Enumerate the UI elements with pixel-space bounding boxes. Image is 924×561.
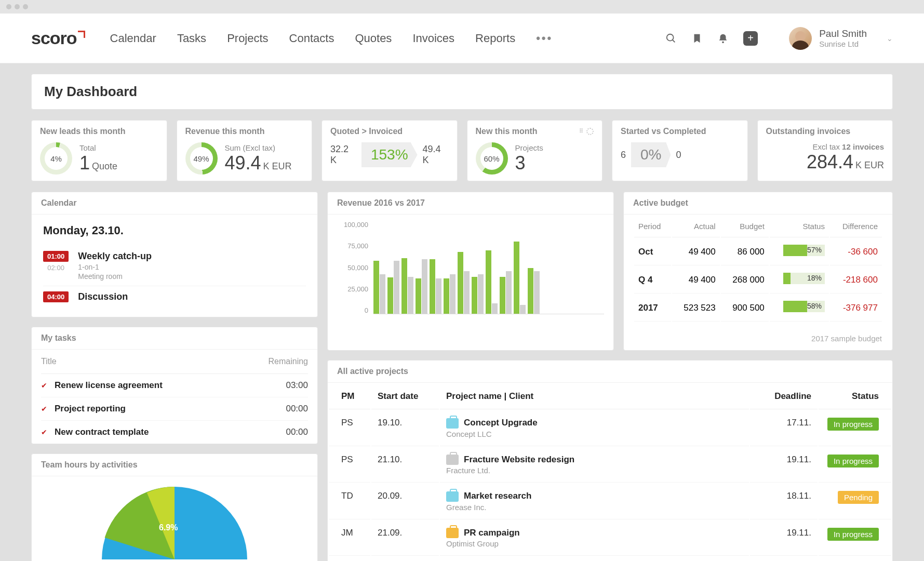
briefcase-icon [446, 418, 459, 429]
budget-row[interactable]: Q 4 49 400 268 000 18% -218 600 [634, 266, 882, 293]
cell-status: In progress [819, 410, 891, 446]
kpi-header: Outstanding invoices [766, 127, 885, 136]
task-row[interactable]: ✔ Renew license agreement 03:00 [41, 374, 308, 397]
cell-pm: TD [329, 484, 370, 519]
cell-pm: JM [329, 520, 370, 556]
briefcase-icon [446, 491, 459, 502]
kpi-revenue[interactable]: Revenue this month 49% Sum (Excl tax) 49… [177, 120, 313, 181]
bar-group [458, 252, 470, 314]
bar-2016 [528, 268, 533, 314]
nav-contacts[interactable]: Contacts [289, 32, 334, 45]
cell-start: 21.10. [371, 447, 439, 483]
kpi-new-projects[interactable]: New this month ⠿ 60% Projects 3 [467, 120, 603, 181]
bar-2017 [408, 277, 413, 314]
cell-deadline: 18.11. [750, 557, 818, 561]
search-icon[interactable] [665, 33, 677, 44]
user-text: Paul Smith Sunrise Ltd [819, 28, 867, 48]
kpi-outstanding-invoices[interactable]: Outstanding invoices Excl tax 12 invoice… [757, 120, 893, 181]
chrome-min-dot[interactable] [15, 4, 20, 9]
project-row[interactable]: JM 21.09. PR campaignOptimist Group 19.1… [329, 520, 891, 556]
kpi-left: 32.2 K [330, 144, 356, 166]
add-button[interactable]: + [743, 31, 758, 46]
cell-deadline: 18.11. [750, 484, 818, 519]
user-name: Paul Smith [819, 28, 867, 39]
project-row[interactable]: TD 20.09. Market researchGrease Inc. 18.… [329, 484, 891, 519]
card-options[interactable]: ⠿ [579, 128, 594, 135]
budget-row[interactable]: 2017 523 523 900 500 58% -376 977 [634, 295, 882, 322]
bar-2016 [514, 242, 519, 314]
card-header: Team hours by activities [32, 454, 317, 476]
event-sub: Meeting room [78, 272, 152, 280]
logo-mark-icon [78, 31, 85, 38]
bar-2017 [436, 278, 441, 314]
nav-invoices[interactable]: Invoices [412, 32, 454, 45]
kpi-header: New leads this month [40, 127, 158, 136]
col-deadline[interactable]: Deadline [750, 384, 818, 409]
project-row[interactable]: KM 20.09. Project for Luminous GroupLumi… [329, 557, 891, 561]
budget-card: Active budget Period Actual Budget Statu… [623, 192, 893, 351]
task-row[interactable]: ✔ New contract template 00:00 [41, 421, 308, 444]
cell-period: Q 4 [634, 266, 671, 293]
bar-2016 [387, 277, 393, 314]
nav-reports[interactable]: Reports [475, 32, 515, 45]
nav-quotes[interactable]: Quotes [355, 32, 392, 45]
logo[interactable]: scoro [31, 28, 85, 48]
check-icon: ✔ [41, 381, 47, 390]
calendar-item[interactable]: 01:00 02:00 Weekly catch-up 1-on-1 Meeti… [43, 246, 306, 286]
kpi-new-leads[interactable]: New leads this month 4% Total 1Quote [31, 120, 167, 181]
nav-projects[interactable]: Projects [227, 32, 268, 45]
pie-chart: 6.9% [102, 487, 247, 559]
bar-group [401, 258, 413, 314]
project-row[interactable]: PS 21.10. Fracture Website redesignFract… [329, 447, 891, 483]
bar-group [444, 274, 456, 314]
chrome-max-dot[interactable] [23, 4, 28, 9]
card-header: Revenue 2016 vs 2017 [328, 192, 613, 215]
bookmark-icon[interactable] [691, 33, 703, 44]
col-pm[interactable]: PM [329, 384, 370, 409]
bell-icon[interactable] [717, 33, 729, 44]
cell-status: In progress [819, 447, 891, 483]
bar-group [486, 250, 498, 314]
col-name[interactable]: Project name | Client [440, 384, 749, 409]
budget-row[interactable]: Oct 49 400 86 000 57% -36 600 [634, 238, 882, 265]
cell-start: 21.09. [371, 520, 439, 556]
task-title: Renew license agreement [55, 380, 163, 391]
header-actions: + [665, 31, 758, 46]
cell-name: Market researchGrease Inc. [440, 484, 749, 519]
cell-start: 19.10. [371, 410, 439, 446]
bar-group [416, 259, 427, 314]
event-title: Weekly catch-up [78, 251, 152, 262]
cell-diff: -36 600 [830, 238, 882, 265]
col-status[interactable]: Status [819, 384, 891, 409]
cell-pm: KM [329, 557, 370, 561]
arrow-indicator: 153% [361, 142, 418, 167]
cell-actual: 49 400 [672, 266, 720, 293]
kpi-started-completed[interactable]: Started vs Completed 6 0% 0 [612, 120, 748, 181]
col-actual: Actual [672, 216, 720, 237]
app-header: scoro Calendar Tasks Projects Contacts Q… [0, 14, 924, 63]
nav-more[interactable]: ••• [536, 32, 553, 45]
cell-budget: 900 500 [721, 295, 769, 322]
bar-2016 [486, 250, 491, 314]
nav-tasks[interactable]: Tasks [177, 32, 206, 45]
kpi-unit: K EUR [855, 160, 884, 170]
bar-group [514, 242, 526, 314]
tasks-card: My tasks TitleRemaining ✔ Renew license … [31, 327, 318, 444]
cell-period: 2017 [634, 295, 671, 322]
drag-icon: ⠿ [579, 128, 583, 135]
col-diff: Difference [830, 216, 882, 237]
chrome-close-dot[interactable] [6, 4, 11, 9]
nav-calendar[interactable]: Calendar [110, 32, 156, 45]
col-start[interactable]: Start date [371, 384, 439, 409]
cell-start: 20.09. [371, 557, 439, 561]
svg-line-1 [673, 39, 675, 42]
donut-chart-icon: 49% [185, 142, 218, 175]
kpi-quoted-invoiced[interactable]: Quoted > Invoiced 32.2 K 153% 49.4 K [322, 120, 458, 181]
svg-point-2 [722, 41, 724, 43]
cell-status: On hold [819, 557, 891, 561]
task-row[interactable]: ✔ Project reporting 00:00 [41, 397, 308, 421]
calendar-item[interactable]: 04:00 Discussion [43, 286, 306, 308]
user-menu[interactable]: Paul Smith Sunrise Ltd ⌄ [789, 27, 893, 50]
project-row[interactable]: PS 19.10. Concept UpgradeConcept LLC 17.… [329, 410, 891, 446]
cell-deadline: 19.11. [750, 520, 818, 556]
